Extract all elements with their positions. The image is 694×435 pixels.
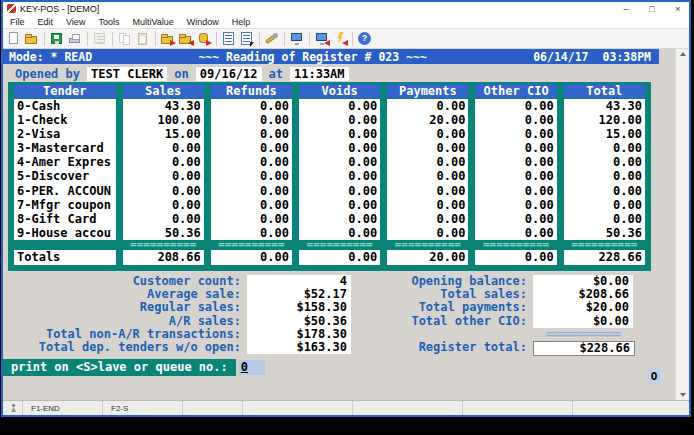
menu-help[interactable]: Help (232, 17, 251, 27)
table-cell: 0.00 (126, 198, 201, 212)
prompt-input[interactable]: 0 (239, 360, 265, 375)
table-cell: 8-Gift Card (17, 212, 113, 226)
table-cell: 0.00 (302, 141, 377, 155)
quick-connect-icon[interactable] (332, 31, 348, 47)
table-cell: 0.00 (390, 141, 465, 155)
report-time: 03:38PM (603, 50, 651, 64)
status-segment (243, 401, 353, 415)
column-cells: 0.00 0.00 0.00 0.00 0.00 0.00 0.00 0.00 … (211, 99, 292, 240)
status-segment (353, 401, 463, 415)
close-button[interactable]: × (673, 4, 683, 14)
prompt-row: print on <S>lave or queue no.: 0 (3, 359, 675, 376)
column-other-cio: Other CIO 0.00 0.00 0.00 0.00 0.00 0.00 … (475, 84, 556, 265)
table-cell: 0.00 (214, 99, 289, 113)
disconnect-session-icon[interactable] (314, 31, 330, 47)
opened-by-label: Opened by (15, 67, 80, 81)
table-cell: 0.00 (302, 226, 377, 240)
summary-value: $20.00 (533, 301, 633, 314)
menu-edit[interactable]: Edit (38, 17, 54, 27)
table-cell: 0.00 (478, 141, 553, 155)
table-cell: 0.00 (214, 212, 289, 226)
table-cell: 0.00 (390, 226, 465, 240)
menu-view[interactable]: View (66, 17, 85, 27)
database-export-icon[interactable] (196, 31, 212, 47)
summary-label: Register total: (363, 341, 527, 354)
totals-separator: ========== (211, 242, 292, 249)
table-cell: 0.00 (126, 212, 201, 226)
summary-section: Customer count: 4 Opening balance: $0.00… (3, 275, 675, 354)
fn-key-f1-end[interactable]: F1-END (23, 401, 103, 415)
totals-separator: ========== (387, 242, 468, 249)
open-folder-icon[interactable] (24, 31, 40, 47)
table-cell: 0.00 (478, 169, 553, 183)
toolbar-separator (352, 32, 353, 46)
column-cells: 0.00 0.00 0.00 0.00 0.00 0.00 0.00 0.00 … (299, 99, 380, 240)
table-cell: 0.00 (214, 155, 289, 169)
toolbar: ? (3, 29, 689, 49)
monitor-icon[interactable] (289, 31, 305, 47)
table-cell: 0.00 (214, 169, 289, 183)
table-cell: 20.00 (390, 113, 465, 127)
table-cell: 0.00 (214, 226, 289, 240)
menu-tools[interactable]: Tools (98, 17, 119, 27)
menu-file[interactable]: File (10, 17, 25, 27)
table-cell: 0.00 (567, 198, 642, 212)
clerk-field: TEST CLERK (87, 67, 167, 81)
toolbar-separator (259, 32, 260, 46)
summary-value: $0.00 (533, 315, 633, 328)
table-cell: 0.00 (390, 169, 465, 183)
import-folder-icon[interactable] (178, 31, 194, 47)
paste-icon[interactable] (135, 31, 151, 47)
column-cells: 0-Cash 1-Check 2-Visa 3-Mastercard 4-Ame… (14, 99, 116, 240)
print-icon[interactable] (67, 31, 83, 47)
help-icon[interactable]: ? (357, 31, 373, 47)
column-total-col: Total 43.30 120.00 15.00 0.00 0.00 0.00 … (564, 84, 645, 265)
menu-bar: File Edit View Tools MultiValue Window H… (3, 15, 689, 29)
screen-title: ~~~ Reading of Register # 023 ~~~ (198, 50, 426, 64)
table-cell: 0.00 (478, 155, 553, 169)
minimize-button[interactable]: – (621, 4, 631, 14)
table-cell: 9-House accou (17, 226, 113, 240)
title-bar[interactable]: KEY-POS - [DEMO] – □ × (3, 2, 689, 15)
summary-value: $50.36 (247, 315, 351, 328)
table-cell: 0.00 (390, 155, 465, 169)
status-bar: F1-END F2-S (3, 400, 689, 415)
list-view-icon[interactable] (221, 31, 237, 47)
status-segment (463, 401, 573, 415)
vertical-scrollbar[interactable] (675, 49, 689, 400)
mode-label: Mode: * READ (3, 50, 92, 64)
column-payments: Payments 0.00 20.00 0.00 0.00 0.00 0.00 … (387, 84, 468, 265)
table-cell: 0.00 (567, 155, 642, 169)
menu-window[interactable]: Window (187, 17, 219, 27)
table-cell: 15.00 (567, 127, 642, 141)
summary-label: Total non-A/R transactions: (3, 328, 241, 341)
summary-label: Total dep. tenders w/o open: (3, 341, 241, 354)
fn-key-f2-s[interactable]: F2-S (103, 401, 183, 415)
column-refunds: Refunds 0.00 0.00 0.00 0.00 0.00 0.00 0.… (211, 84, 292, 265)
menu-multivalue[interactable]: MultiValue (132, 17, 173, 27)
character-map-icon[interactable] (92, 31, 108, 47)
new-document-icon[interactable] (6, 31, 22, 47)
export-folder-icon[interactable] (160, 31, 176, 47)
form-view-icon[interactable] (239, 31, 255, 47)
toolbar-separator (44, 32, 45, 46)
table-cell: 43.30 (567, 99, 642, 113)
table-cell: 0.00 (390, 212, 465, 226)
maximize-button[interactable]: □ (647, 4, 657, 14)
table-cell: 6-PER. ACCOUN (17, 184, 113, 198)
totals-separator: ========== (564, 242, 645, 249)
scroll-down-icon[interactable] (680, 393, 686, 397)
totals-separator: ========== (299, 242, 380, 249)
column-cells: 43.30 120.00 15.00 0.00 0.00 0.00 0.00 0… (564, 99, 645, 240)
column-header: Payments (387, 84, 468, 98)
scroll-up-icon[interactable] (680, 52, 686, 56)
table-cell: 0.00 (567, 169, 642, 183)
copy-icon[interactable] (117, 31, 133, 47)
column-header: Sales (123, 84, 204, 98)
client-area: Mode: * READ ~~~ Reading of Register # 0… (3, 49, 689, 400)
column-header: Other CIO (475, 84, 556, 98)
at-label: at (269, 67, 283, 81)
save-icon[interactable] (49, 31, 65, 47)
column-total: 0.00 (299, 250, 380, 265)
settings-wrench-icon[interactable] (264, 31, 280, 47)
